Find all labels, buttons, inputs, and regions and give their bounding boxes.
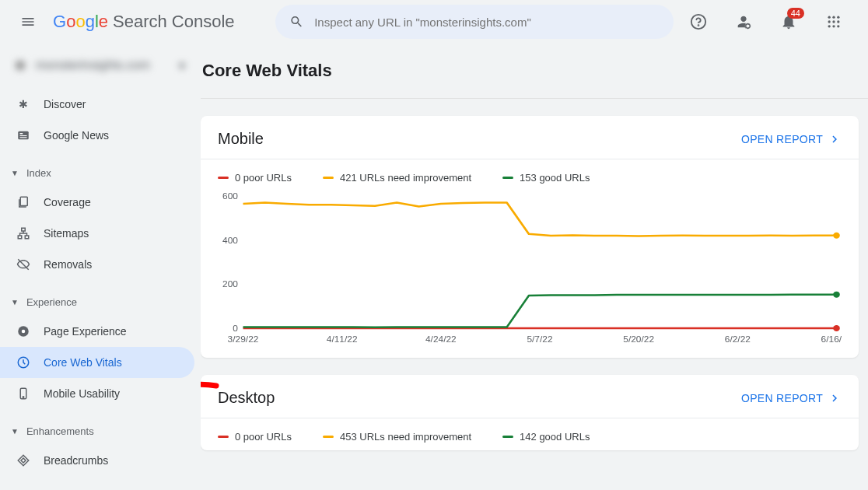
search-icon [289,14,304,30]
svg-rect-19 [25,236,29,239]
sidebar-item-label: Mobile Usability [44,387,120,400]
svg-rect-17 [22,228,26,231]
google-logo: Google [53,12,108,32]
sidebar-item-sitemaps[interactable]: Sitemaps [0,218,194,249]
svg-rect-13 [20,133,23,135]
desktop-open-report-link[interactable]: OPEN REPORT [741,391,842,405]
url-inspect-search[interactable] [275,5,674,39]
svg-point-38 [833,292,840,298]
apps-button[interactable] [818,6,849,37]
desktop-legend: 0 poor URLs 453 URLs need improvement 14… [201,418,859,450]
coverage-icon [16,194,31,210]
legend-good: 153 good URLs [502,172,590,184]
sidebar-item-removals[interactable]: Removals [0,249,194,280]
svg-text:400: 400 [222,236,238,245]
user-settings-icon [735,13,752,30]
notifications-button[interactable]: 44 [773,6,804,37]
sidebar-item-label: Core Web Vitals [44,356,122,369]
page-experience-icon [16,324,31,339]
svg-rect-18 [18,236,22,239]
sidebar-nav: monsterinsights.com ▾ ✱ Discover Google … [0,44,201,490]
sidebar-item-mobile-usability[interactable]: Mobile Usability [0,378,194,409]
chevron-down-icon: ▼ [11,169,19,177]
svg-point-9 [828,25,831,27]
svg-text:3/29/22: 3/29/22 [228,334,259,344]
sidebar-item-discover[interactable]: ✱ Discover [0,89,194,120]
svg-text:6/16/22: 6/16/22 [821,334,842,344]
sidebar-section-index[interactable]: ▼ Index [0,159,201,187]
url-inspect-input[interactable] [314,16,660,29]
legend-improvement: 453 URLs need improvement [323,431,471,443]
help-icon [690,13,707,30]
legend-good: 142 good URLs [502,431,590,443]
sitemaps-icon [16,226,31,241]
legend-improvement: 421 URLs need improvement [323,172,471,184]
svg-point-8 [837,20,839,23]
svg-text:600: 600 [222,191,238,201]
svg-point-1 [698,25,699,26]
svg-text:200: 200 [222,280,238,289]
sidebar-item-label: Discover [44,98,86,110]
sidebar-section-enhancements[interactable]: ▼ Enhancements [0,417,201,445]
app-header: Google Search Console 44 [0,0,868,44]
sidebar-item-label: Breadcrumbs [44,454,108,467]
sidebar-item-google-news[interactable]: Google News [0,120,194,151]
sidebar-item-core-web-vitals[interactable]: Core Web Vitals [0,347,194,378]
core-web-vitals-icon [16,355,31,370]
breadcrumbs-icon [16,453,31,468]
hamburger-menu-button[interactable] [12,6,44,37]
mobile-chart: 02004006003/29/224/11/224/24/225/7/225/2… [201,191,859,358]
svg-rect-16 [20,197,27,205]
svg-rect-15 [20,137,27,138]
sidebar-item-coverage[interactable]: Coverage [0,187,194,218]
svg-text:6/2/22: 6/2/22 [725,334,751,344]
sidebar-item-label: Page Experience [44,325,127,338]
svg-point-7 [832,20,835,23]
chevron-right-icon [828,132,842,146]
svg-point-3 [828,16,831,19]
svg-text:5/7/22: 5/7/22 [527,334,552,344]
svg-point-5 [837,16,839,19]
svg-point-37 [833,233,840,239]
svg-point-36 [833,325,840,331]
sidebar-item-label: Coverage [44,196,91,208]
mobile-icon [16,386,31,401]
mobile-card: Mobile OPEN REPORT 0 poor URLs 421 URLs … [201,116,859,358]
legend-poor: 0 poor URLs [218,172,292,184]
svg-text:0: 0 [233,324,238,333]
svg-point-11 [837,25,839,27]
users-settings-button[interactable] [728,6,759,37]
mobile-legend: 0 poor URLs 421 URLs need improvement 15… [201,159,859,191]
sidebar-item-breadcrumbs[interactable]: Breadcrumbs [0,445,194,476]
svg-point-6 [828,20,831,23]
chevron-down-icon: ▼ [11,427,19,436]
product-name: Search Console [113,12,235,32]
desktop-card-title: Desktop [218,389,275,407]
mobile-open-report-link[interactable]: OPEN REPORT [741,132,842,146]
svg-point-21 [22,330,26,334]
svg-point-10 [832,25,835,27]
help-button[interactable] [683,6,714,37]
svg-text:4/11/22: 4/11/22 [327,334,358,344]
sidebar-item-page-experience[interactable]: Page Experience [0,316,194,347]
discover-icon: ✱ [16,96,31,112]
svg-rect-14 [20,135,27,136]
chevron-right-icon [828,391,842,405]
sidebar-item-label: Google News [44,129,109,142]
product-logo[interactable]: Google Search Console [53,12,235,32]
svg-point-4 [832,16,835,19]
sidebar-item-label: Sitemaps [44,227,89,240]
legend-poor: 0 poor URLs [218,431,292,443]
page-title: Core Web Vitals [201,61,868,99]
notification-badge: 44 [787,8,804,19]
mobile-card-title: Mobile [218,130,264,148]
svg-text:4/24/22: 4/24/22 [425,334,457,344]
sidebar-section-experience[interactable]: ▼ Experience [0,288,201,316]
apps-grid-icon [826,14,842,30]
news-icon [16,128,31,143]
chevron-down-icon: ▼ [11,298,19,306]
sidebar-item-label: Removals [44,258,92,271]
removals-icon [16,257,31,272]
main-content: Core Web Vitals Mobile OPEN REPORT 0 poo… [201,44,868,490]
property-selector[interactable]: monsterinsights.com ▾ [6,50,194,81]
